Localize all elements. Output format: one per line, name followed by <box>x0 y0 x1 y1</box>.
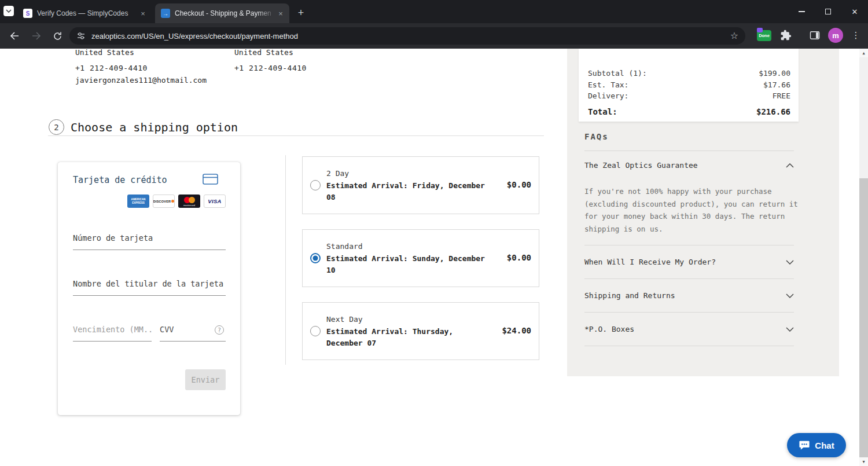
window-controls: ✕ <box>788 0 868 23</box>
summary-total-row: Total: $216.66 <box>588 107 790 116</box>
shipping-option-name: Next Day <box>326 315 487 326</box>
total-value: $216.66 <box>756 107 790 116</box>
contact-email: javiergonzales111@hotmail.com <box>75 76 207 85</box>
faq-item-guarantee[interactable]: The Zeal Optics Guarantee If you're not … <box>584 151 794 245</box>
scroll-down-icon[interactable]: ▼ <box>859 457 868 466</box>
done-extension-icon[interactable]: Done <box>757 28 771 42</box>
bookmark-star-icon[interactable]: ☆ <box>730 31 738 41</box>
shipping-phone: +1 212-409-4410 <box>75 64 148 72</box>
tab-close-icon[interactable]: × <box>275 8 286 19</box>
site-info-icon[interactable] <box>76 31 86 41</box>
faq-label: When Will I Receive My Order? <box>584 258 716 266</box>
extensions-puzzle-icon[interactable] <box>780 30 792 41</box>
done-extension-accent <box>757 28 763 32</box>
maximize-button[interactable] <box>815 0 841 23</box>
new-tab-button[interactable]: + <box>294 6 308 20</box>
tab-search-button[interactable] <box>3 6 14 16</box>
discover-orange-dot <box>171 200 174 203</box>
billing-phone: +1 212-409-4410 <box>234 64 307 72</box>
faq-body-text: If you're not 100% happy with your purch… <box>584 185 799 235</box>
checkout-page: United States United States +1 212-409-4… <box>0 49 868 466</box>
faq-item-shipping-returns[interactable]: Shipping and Returns <box>584 278 794 312</box>
minimize-button[interactable] <box>788 0 815 23</box>
billing-country: United States <box>234 48 293 57</box>
card-expiry-input[interactable] <box>73 321 152 342</box>
amex-logo-icon: AMERICAN EXPRESS <box>127 195 149 208</box>
shipping-option-price: $0.00 <box>507 180 531 189</box>
summary-label: Subtotal (1): <box>588 68 647 79</box>
credit-card-panel: Tarjeta de crédito AMERICAN EXPRESS DISC… <box>58 162 240 415</box>
chat-bubble-icon <box>799 440 810 450</box>
order-summary-card: Subtotal (1): $199.00 Est. Tax: $17.66 D… <box>579 49 799 122</box>
total-label: Total: <box>588 107 617 116</box>
browser-titlebar: S Verify Codes — SimplyCodes × → Checkou… <box>0 0 868 23</box>
faq-item-po-boxes[interactable]: *P.O. Boxes <box>584 312 794 346</box>
tab-simplycodes[interactable]: S Verify Codes — SimplyCodes × <box>17 3 152 23</box>
browser-toolbar: zealoptics.com/US/en_US/express/checkout… <box>0 23 868 49</box>
shipping-option-price: $24.00 <box>502 326 531 335</box>
address-bar[interactable]: zealoptics.com/US/en_US/express/checkout… <box>69 27 745 45</box>
faqs-heading: FAQs <box>584 132 609 141</box>
chevron-up-icon[interactable] <box>786 163 794 168</box>
summary-row: Est. Tax: $17.66 <box>588 79 790 91</box>
radio-unselected-icon[interactable] <box>310 180 321 190</box>
reload-button[interactable] <box>51 30 64 42</box>
faq-label: *P.O. Boxes <box>584 325 634 333</box>
faq-label: The Zeal Optics Guarantee <box>584 161 698 170</box>
tab-close-icon[interactable]: × <box>138 8 148 19</box>
simplycodes-favicon-icon: S <box>23 9 32 18</box>
faq-label: Shipping and Returns <box>584 291 675 300</box>
browser-window: S Verify Codes — SimplyCodes × → Checkou… <box>0 0 868 466</box>
section-divider <box>48 135 544 136</box>
discover-logo-icon: DISCOVER <box>153 195 175 208</box>
tab-title: Verify Codes — SimplyCodes <box>37 9 138 17</box>
card-holder-input[interactable] <box>73 275 226 296</box>
summary-row: Delivery: FREE <box>588 90 790 102</box>
card-brand-logos: AMERICAN EXPRESS DISCOVER mastercard VIS… <box>127 195 226 208</box>
shipping-options-list: 2 Day Estimated Arrival: Friday, Decembe… <box>302 156 539 375</box>
shipping-option-2day[interactable]: 2 Day Estimated Arrival: Friday, Decembe… <box>302 156 539 214</box>
summary-value: $199.00 <box>759 68 790 79</box>
faq-item-receive-order[interactable]: When Will I Receive My Order? <box>584 245 794 278</box>
browser-menu-icon[interactable]: ⋮ <box>851 28 861 42</box>
chevron-down-icon[interactable] <box>786 260 794 265</box>
side-panel-icon[interactable] <box>809 30 821 41</box>
shipping-section-title: Choose a shipping option <box>71 120 238 134</box>
close-button[interactable]: ✕ <box>841 0 868 23</box>
chevron-down-icon <box>6 9 12 13</box>
profile-avatar[interactable]: m <box>828 28 843 43</box>
shipping-option-arrival: Estimated Arrival: Sunday, December 10 <box>326 253 486 276</box>
chevron-down-icon[interactable] <box>786 327 794 332</box>
step-number-badge: 2 <box>49 119 64 135</box>
forward-button[interactable] <box>30 30 43 42</box>
tab-title: Checkout - Shipping & Paymen <box>175 9 275 17</box>
summary-value: FREE <box>773 90 790 102</box>
checkout-favicon-icon: → <box>161 9 170 18</box>
tab-checkout[interactable]: → Checkout - Shipping & Paymen × <box>155 3 289 23</box>
back-button[interactable] <box>8 30 21 42</box>
order-summary-sidebar: Subtotal (1): $199.00 Est. Tax: $17.66 D… <box>567 49 839 376</box>
radio-unselected-icon[interactable] <box>310 326 321 336</box>
cvv-help-icon[interactable]: ? <box>215 325 224 335</box>
summary-label: Delivery: <box>588 90 628 102</box>
mastercard-logo-icon: mastercard <box>178 195 200 208</box>
summary-label: Est. Tax: <box>588 79 628 91</box>
radio-selected-icon[interactable] <box>310 253 321 263</box>
column-divider <box>285 155 286 365</box>
scrollbar-thumb[interactable] <box>859 178 868 457</box>
submit-payment-button[interactable]: Enviar <box>185 369 226 390</box>
card-number-input[interactable] <box>73 229 226 250</box>
shipping-option-name: Standard <box>326 242 487 253</box>
page-scrollbar[interactable]: ▲ ▼ <box>859 49 868 466</box>
visa-logo-icon: VISA <box>204 195 226 208</box>
url-text[interactable]: zealoptics.com/US/en_US/express/checkout… <box>91 32 730 41</box>
shipping-option-standard[interactable]: Standard Estimated Arrival: Sunday, Dece… <box>302 229 539 287</box>
shipping-option-arrival: Estimated Arrival: Thursday, December 07 <box>326 326 486 349</box>
summary-value: $17.66 <box>763 79 790 91</box>
chevron-down-icon[interactable] <box>786 293 794 298</box>
scroll-up-icon[interactable]: ▲ <box>859 49 868 57</box>
shipping-option-name: 2 Day <box>326 169 487 180</box>
shipping-country: United States <box>75 48 134 57</box>
shipping-option-nextday[interactable]: Next Day Estimated Arrival: Thursday, De… <box>302 302 539 360</box>
chat-button[interactable]: Chat <box>787 433 846 457</box>
